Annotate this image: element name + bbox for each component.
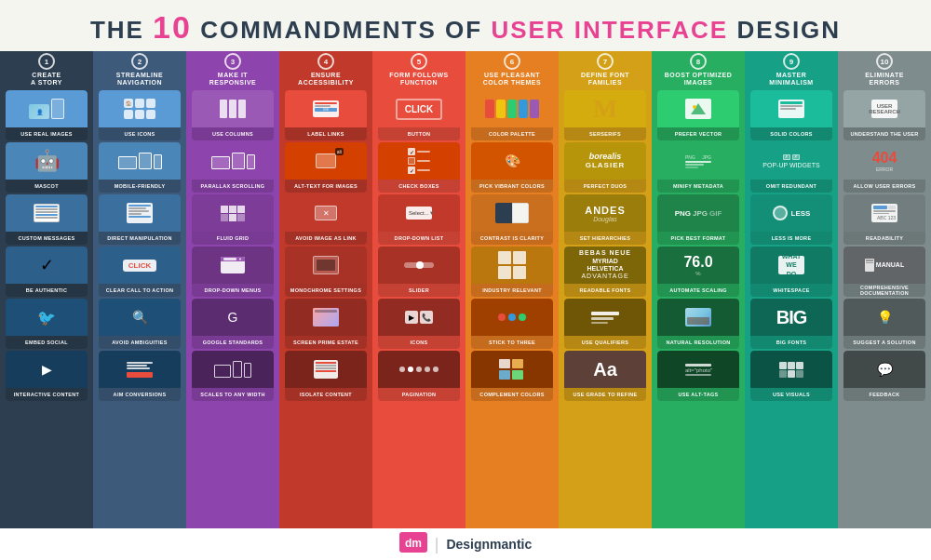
card-2-2: MOBILE-FRIENDLY xyxy=(99,142,181,193)
card-2-3: DIRECT MANIPULATION xyxy=(99,194,181,245)
card-4-1: LINK LABEL LINKS xyxy=(285,90,367,140)
card-label-7-6: USE GRADE TO REFINE xyxy=(564,388,646,401)
card-5-2: ✓ ✓ CHECK BOXES xyxy=(378,142,460,193)
card-label-6-1: COLOR PALETTE xyxy=(471,127,553,140)
card-label-4-3: AVOID IMAGE AS LINK xyxy=(285,232,367,245)
card-label-8-4: AUTOMATE SCALING xyxy=(657,284,739,297)
footer-brand-name: Designmantic xyxy=(446,537,532,552)
svg-point-1 xyxy=(693,105,696,109)
card-9-4: WHAT WEDO WHITESPACE xyxy=(750,247,832,297)
title-number: 10 xyxy=(153,9,192,45)
card-2-1: 🏠 USE ICONS xyxy=(99,90,181,140)
card-6-2: 🎨 PICK VIBRANT COLORS xyxy=(471,142,553,193)
card-10-3: ABC 123 READABILITY xyxy=(843,194,925,245)
card-7-1: M SERSERIFS xyxy=(564,90,646,140)
card-label-9-5: BIG FONTS xyxy=(750,336,832,349)
card-2-4: CLICK CLEAR CALL TO ACTION xyxy=(99,247,181,297)
card-label-1-5: EMBED SOCIAL xyxy=(6,336,88,349)
cards-area-3: USE COLUMNS PARALLAX SCROLLING xyxy=(187,90,278,527)
card-label-10-1: UNDERSTAND THE USER xyxy=(843,127,925,140)
card-label-1-3: CUSTOM MESSAGES xyxy=(6,232,88,245)
col-title-5: FORM FOLLOWSFUNCTION xyxy=(389,72,449,87)
col-number-10: 10 xyxy=(876,53,893,70)
svg-text:dm: dm xyxy=(405,537,422,550)
main-title: THE 10 COMMANDMENTS OF USER INTERFACE DE… xyxy=(0,9,931,46)
cards-area-1: 👤 USE REAL IMAGES 🤖 MASCOT xyxy=(1,90,92,527)
card-label-10-4: COMPREHENSIVE DOCUMENTATION xyxy=(843,284,925,297)
card-label-9-6: USE VISUALS xyxy=(750,388,832,401)
card-label-7-5: USE QUALIFIERS xyxy=(564,336,646,349)
footer: dm | Designmantic xyxy=(0,528,931,560)
cards-area-5: CLICK BUTTON ✓ ✓ CHECK BOXES xyxy=(373,90,465,527)
card-7-5: USE QUALIFIERS xyxy=(564,299,646,349)
card-label-8-5: NATURAL RESOLUTION xyxy=(657,336,739,349)
card-6-1: COLOR PALETTE xyxy=(471,90,553,140)
card-label-8-3: PICK BEST FORMAT xyxy=(657,232,739,245)
card-8-6: alt="photo" USE ALT-TAGS xyxy=(657,351,739,401)
column-6: 6 USE PLEASANTCOLOR THEMES COLOR PALETTE xyxy=(466,51,559,528)
card-label-3-2: PARALLAX SCROLLING xyxy=(192,180,274,193)
col-title-4: ENSUREACCESSIBILITY xyxy=(298,72,354,87)
card-3-1: USE COLUMNS xyxy=(192,90,274,140)
card-label-1-1: USE REAL IMAGES xyxy=(6,127,88,140)
column-4: 4 ENSUREACCESSIBILITY LINK LABEL LINKS xyxy=(279,51,372,528)
card-6-6: COMPLEMENT COLORS xyxy=(471,351,553,401)
card-label-2-2: MOBILE-FRIENDLY xyxy=(99,180,181,193)
card-label-5-3: DROP-DOWN LIST xyxy=(378,232,460,245)
card-label-5-5: ICONS xyxy=(378,336,460,349)
cards-area-9: SOLID COLORS ✗ ✗ POP-UP WIDGETS OMIT RED… xyxy=(746,90,837,527)
card-label-1-6: INTERACTIVE CONTENT xyxy=(6,388,88,401)
card-label-2-5: AVOID AMBIGUITIES xyxy=(99,336,181,349)
card-8-1: PREFER VECTOR xyxy=(657,90,739,140)
card-7-4: BEBAS NEUE MYRIAD HELVETICA ADVANTAGE RE… xyxy=(564,247,646,297)
card-8-2: PNGJPG MINIFY METADATA xyxy=(657,142,739,193)
cards-area-6: COLOR PALETTE 🎨 PICK VIBRANT COLORS xyxy=(466,90,558,527)
card-2-6: AIM CONVERSIONS xyxy=(99,351,181,401)
col-number-4: 4 xyxy=(317,53,334,70)
card-3-6: SCALES TO ANY WIDTH xyxy=(192,351,274,401)
card-label-5-6: PAGINATION xyxy=(378,388,460,401)
card-6-5: STICK TO THREE xyxy=(471,299,553,349)
card-label-6-3: CONTRAST IS CLARITY xyxy=(471,232,553,245)
column-9: 9 MASTERMINIMALISM SOLID COLORS xyxy=(745,51,838,528)
col-number-7: 7 xyxy=(597,53,614,70)
col-number-6: 6 xyxy=(504,53,520,70)
card-5-4: SLIDER xyxy=(378,247,460,297)
card-10-1: USERRESEARCH UNDERSTAND THE USER xyxy=(843,90,925,140)
card-2-5: 🔍 AVOID AMBIGUITIES xyxy=(99,299,181,349)
card-9-1: SOLID COLORS xyxy=(750,90,832,140)
card-3-2: PARALLAX SCROLLING xyxy=(192,142,274,193)
card-10-2: 404 ERROR ALLOW USER ERRORS xyxy=(843,142,925,193)
card-9-3: LESS LESS IS MORE xyxy=(750,194,832,245)
card-label-9-3: LESS IS MORE xyxy=(750,232,832,245)
col-number-5: 5 xyxy=(411,53,427,70)
card-10-5: 💡 SUGGEST A SOLUTION xyxy=(843,299,925,349)
card-label-3-1: USE COLUMNS xyxy=(192,127,274,140)
column-3: 3 MAKE ITRESPONSIVE USE COLUMNS xyxy=(186,51,279,528)
card-label-9-4: WHITESPACE xyxy=(750,284,832,297)
card-1-1: 👤 USE REAL IMAGES xyxy=(6,90,88,140)
cards-area-10: USERRESEARCH UNDERSTAND THE USER 404 ERR… xyxy=(839,90,930,527)
card-label-3-3: FLUID GRID xyxy=(192,232,274,245)
card-9-5: BIG BIG FONTS xyxy=(750,299,832,349)
card-5-1: CLICK BUTTON xyxy=(378,90,460,140)
card-label-3-5: GOOGLE STANDARDS xyxy=(192,336,274,349)
card-6-4: INDUSTRY RELEVANT xyxy=(471,247,553,297)
col-title-1: CREATEA STORY xyxy=(31,72,62,87)
column-8: 8 BOOST OPTIMIZEDIMAGES PREFER VECTOR xyxy=(652,51,745,528)
col-number-8: 8 xyxy=(690,53,707,70)
column-10: 10 ELIMINATEERRORS USERRESEARCH UNDERSTA… xyxy=(838,51,931,528)
title-ui: USER INTERFACE xyxy=(491,16,728,44)
columns-wrapper: 1 CREATEA STORY 👤 USE REAL IMAGES xyxy=(0,51,931,528)
card-5-6: PAGINATION xyxy=(378,351,460,401)
card-label-6-5: STICK TO THREE xyxy=(471,336,553,349)
card-label-5-4: SLIDER xyxy=(378,284,460,297)
card-label-10-5: SUGGEST A SOLUTION xyxy=(843,336,925,349)
col-number-3: 3 xyxy=(224,53,241,70)
card-label-7-3: SET HIERARCHIES xyxy=(564,232,646,245)
footer-logo: dm xyxy=(399,532,427,556)
card-label-1-2: MASCOT xyxy=(6,180,88,193)
col-title-2: STREAMLINENAVIGATION xyxy=(116,72,164,87)
card-6-3: CONTRAST IS CLARITY xyxy=(471,194,553,245)
card-4-4: MONOCHROME SETTINGS xyxy=(285,247,367,297)
